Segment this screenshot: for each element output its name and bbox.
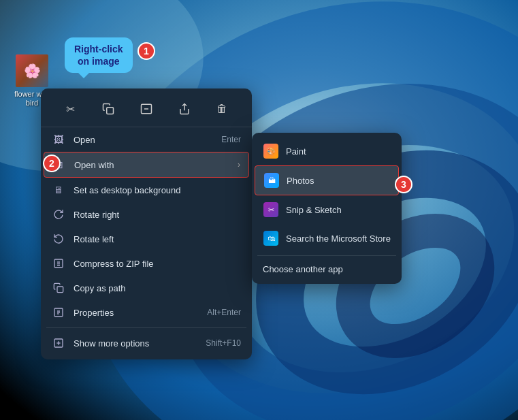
copy-path-icon: [52, 281, 65, 295]
callout-bubble: Right-click on image: [65, 37, 133, 73]
svg-rect-6: [107, 108, 114, 114]
store-icon: 🛍: [263, 230, 279, 246]
paint-label: Paint: [286, 146, 306, 157]
menu-item-open[interactable]: 🖼 Open Enter: [41, 127, 252, 152]
choose-app-label: Choose another app: [263, 264, 343, 274]
photos-label: Photos: [287, 176, 314, 186]
step-2-circle: 2: [43, 155, 61, 172]
menu-item-properties[interactable]: Properties Alt+Enter: [41, 300, 252, 325]
step-3-circle: 3: [395, 176, 412, 193]
cut-button[interactable]: ✂: [60, 98, 82, 120]
compress-label: Compress to ZIP file: [74, 259, 241, 269]
submenu-item-choose-app[interactable]: Choose another app: [252, 259, 402, 280]
copy-path-label: Copy as path: [74, 283, 241, 293]
properties-label: Properties: [74, 308, 207, 318]
properties-shortcut: Alt+Enter: [207, 308, 241, 317]
menu-item-copy-path[interactable]: Copy as path: [41, 276, 252, 300]
store-label: Search the Microsoft Store: [286, 233, 391, 244]
menu-item-compress[interactable]: Compress to ZIP file: [41, 251, 252, 276]
delete-button[interactable]: 🗑: [211, 98, 233, 120]
submenu: 🎨 Paint 🏔 Photos ✂ Snip & Sketch 🛍 Searc…: [252, 133, 402, 284]
menu-item-open-with[interactable]: ⊞ Open with ›: [44, 152, 249, 178]
rotate-left-label: Rotate left: [74, 234, 241, 244]
context-menu: ✂ 🗑 🖼 Open Enter ⊞ Open with › 🖥: [41, 88, 252, 359]
svg-rect-14: [57, 287, 63, 293]
snip-label: Snip & Sketch: [286, 205, 342, 215]
compress-icon: [52, 257, 65, 270]
share-button[interactable]: [174, 98, 195, 120]
submenu-item-photos[interactable]: 🏔 Photos: [255, 165, 399, 195]
properties-icon: [52, 306, 65, 319]
callout-line1: Right-click: [74, 44, 123, 54]
snip-icon: ✂: [263, 201, 279, 218]
rotate-left-icon: [52, 232, 65, 246]
menu-item-rotate-right[interactable]: Rotate right: [41, 202, 252, 227]
callout-line2: on image: [78, 56, 119, 67]
show-more-icon: [52, 336, 65, 350]
open-label: Open: [74, 135, 221, 145]
file-thumbnail: 🌸: [16, 54, 48, 87]
submenu-item-paint[interactable]: 🎨 Paint: [252, 137, 402, 165]
submenu-item-snip[interactable]: ✂ Snip & Sketch: [252, 195, 402, 224]
menu-item-set-desktop[interactable]: 🖥 Set as desktop background: [41, 178, 252, 202]
menu-item-show-more[interactable]: Show more options Shift+F10: [41, 331, 252, 355]
rotate-right-label: Rotate right: [74, 210, 241, 220]
set-desktop-icon: 🖥: [52, 183, 65, 197]
open-icon: 🖼: [52, 133, 65, 146]
copy-button[interactable]: [97, 98, 119, 120]
submenu-item-store[interactable]: 🛍 Search the Microsoft Store: [252, 224, 402, 253]
photos-icon: 🏔: [263, 172, 280, 189]
show-more-shortcut: Shift+F10: [206, 338, 241, 348]
open-with-arrow: ›: [238, 160, 240, 169]
rotate-right-icon: [52, 208, 65, 221]
menu-divider: [46, 327, 246, 328]
open-with-label: Open with: [74, 160, 238, 170]
set-desktop-label: Set as desktop background: [74, 185, 241, 195]
open-shortcut: Enter: [221, 135, 241, 144]
step-1-circle: 1: [137, 42, 155, 60]
menu-item-rotate-left[interactable]: Rotate left: [41, 227, 252, 251]
rename-button[interactable]: [135, 98, 157, 120]
menu-toolbar: ✂ 🗑: [41, 93, 252, 127]
paint-icon: 🎨: [263, 143, 279, 159]
submenu-separator: [257, 255, 396, 256]
show-more-label: Show more options: [74, 338, 206, 349]
